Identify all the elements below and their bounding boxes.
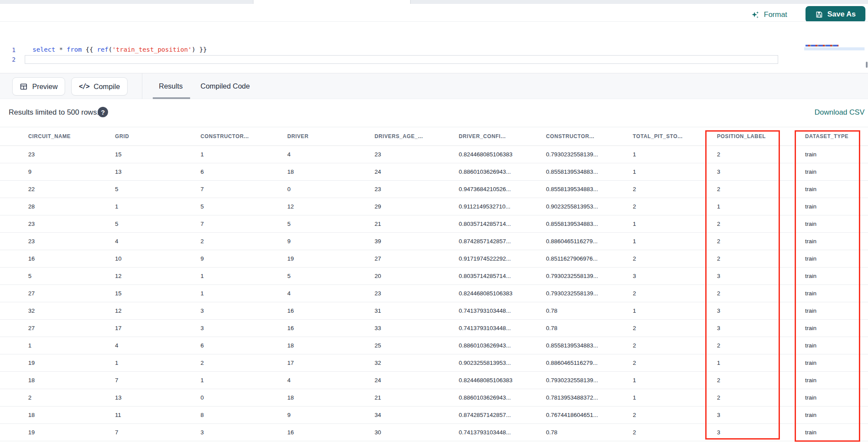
download-csv-link[interactable]: Download CSV (815, 108, 865, 117)
table-cell: 32 (375, 360, 459, 366)
table-cell: 1 (28, 342, 115, 349)
compile-button[interactable]: </> Compile (71, 77, 128, 96)
table-cell: 4 (287, 290, 375, 297)
table-cell: 9 (28, 169, 115, 175)
table-cell: 0.8558139534883... (546, 221, 633, 227)
tab-compiled-code[interactable]: Compiled Code (201, 73, 250, 99)
row-limit-note: Results limited to 500 rows. (9, 108, 99, 117)
table-cell: 6 (201, 342, 287, 349)
table-cell: 16 (28, 255, 115, 262)
table-cell: 2 (633, 203, 717, 210)
table-cell: 1 (633, 169, 717, 175)
table-cell: 0.8035714285714... (459, 221, 546, 227)
table-cell: 2 (717, 290, 805, 297)
table-cell: 9 (201, 255, 287, 262)
table-cell: 27 (28, 325, 115, 331)
table-cell: 28 (28, 203, 115, 210)
column-header: TOTAL_PIT_STO... (633, 133, 717, 139)
table-cell: 2 (717, 394, 805, 401)
table-cell: 0.8860103626943... (459, 169, 546, 175)
table-cell: 3 (201, 307, 287, 314)
table-cell: 5 (28, 273, 115, 279)
table-cell: 7 (115, 429, 201, 436)
table-cell: 2 (717, 221, 805, 227)
table-cell: 32 (28, 307, 115, 314)
table-cell: 0.8742857142857... (459, 238, 546, 245)
table-cell: 1 (201, 273, 287, 279)
column-header: DRIVER (287, 133, 375, 139)
active-tab-underline (153, 97, 190, 99)
table-cell: 3 (717, 429, 805, 436)
table-cell: 34 (375, 412, 459, 418)
table-row: 14618250.8860103626943...0.8558139534883… (0, 337, 868, 354)
table-cell: train (805, 186, 868, 192)
table-cell: 19 (28, 429, 115, 436)
table-cell: 5 (115, 186, 201, 192)
table-cell: 16 (287, 429, 375, 436)
table-cell: 1 (633, 307, 717, 314)
table-cell: train (805, 238, 868, 245)
sparkles-icon (751, 10, 760, 20)
table-cell: 2 (633, 429, 717, 436)
table-cell: 18 (287, 169, 375, 175)
table-cell: 3 (717, 273, 805, 279)
table-cell: 0.7413793103448... (459, 429, 546, 436)
preview-button[interactable]: Preview (12, 77, 65, 96)
table-cell: 3 (717, 412, 805, 418)
table-cell: 27 (28, 290, 115, 297)
help-icon[interactable]: ? (98, 107, 108, 117)
table-cell: 1 (717, 360, 805, 366)
table-cell: train (805, 412, 868, 418)
table-cell: 33 (375, 325, 459, 331)
table-cell: 2 (633, 360, 717, 366)
table-row: 51215200.8035714285714...0.7930232558139… (0, 268, 868, 285)
tab-results[interactable]: Results (159, 73, 183, 99)
table-cell: 2 (717, 377, 805, 383)
inactive-tab-right[interactable] (410, 0, 868, 4)
table-row: 3212316310.7413793103448...0.7813train (0, 302, 868, 320)
table-cell: 31 (375, 307, 459, 314)
table-cell: 0.7930232558139... (546, 377, 633, 383)
line-number-1: 1 (6, 46, 16, 53)
editor-scrollbar[interactable] (866, 62, 868, 68)
table-cell: train (805, 151, 868, 158)
table-cell: 0.824468085106383 (459, 290, 546, 297)
table-cell: train (805, 377, 868, 383)
table-cell: 39 (375, 238, 459, 245)
table-cell: 0.9473684210526... (459, 186, 546, 192)
table-cell: train (805, 360, 868, 366)
save-as-button[interactable]: Save As (806, 6, 865, 23)
format-button[interactable]: Format (751, 9, 787, 20)
table-row: 1610919270.9171974522292...0.85116279069… (0, 250, 868, 268)
table-cell: 2 (28, 394, 115, 401)
table-cell: 0.78 (546, 307, 633, 314)
table-cell: 23 (375, 290, 459, 297)
minimap-code-line (806, 45, 838, 46)
column-header: CONSTRUCTOR... (546, 133, 633, 139)
inactive-tab-left[interactable] (0, 0, 253, 4)
table-cell: 9 (287, 412, 375, 418)
preview-label: Preview (32, 83, 58, 91)
table-cell: 1 (201, 377, 287, 383)
table-cell: 9 (287, 238, 375, 245)
table-cell: 0.9023255813953... (459, 360, 546, 366)
table-row: 191217320.9023255813953...0.886046511627… (0, 354, 868, 372)
action-bar-divider (142, 73, 142, 99)
results-action-bar: Preview </> Compile Results Compiled Cod… (0, 73, 868, 99)
table-row: 913618240.8860103626943...0.855813953488… (0, 163, 868, 181)
code-token: select (33, 46, 55, 53)
table-cell: 24 (375, 377, 459, 383)
table-cell: 3 (201, 325, 287, 331)
table-cell: 5 (287, 221, 375, 227)
code-token (55, 46, 59, 53)
table-cell: 3 (633, 273, 717, 279)
code-editor[interactable]: 1 2 select * from {{ ref('train_test_pos… (0, 22, 868, 73)
table-cell: 10 (115, 255, 201, 262)
table-cell: 2 (633, 325, 717, 331)
table-cell: 0.9171974522292... (459, 255, 546, 262)
table-cell: 23 (28, 238, 115, 245)
table-row: 2717316330.7413793103448...0.7823train (0, 320, 868, 337)
results-table: CIRCUIT_NAMEGRIDCONSTRUCTOR...DRIVERDRIV… (0, 127, 868, 441)
table-cell: 13 (115, 169, 201, 175)
table-cell: train (805, 221, 868, 227)
